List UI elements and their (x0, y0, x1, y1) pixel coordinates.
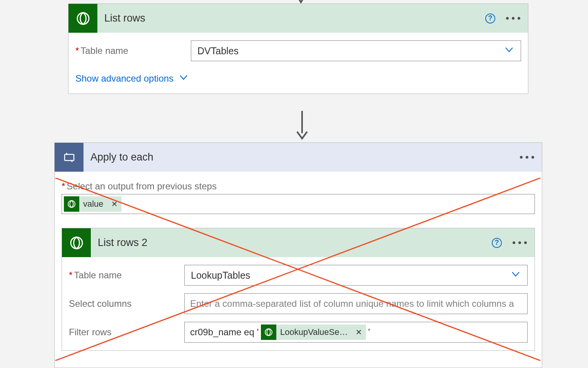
loop-icon (55, 143, 84, 172)
card-body: *Table name DVTables Show advanced optio… (68, 33, 528, 94)
dataverse-icon (68, 4, 97, 33)
table-name-select[interactable]: DVTables (191, 40, 521, 61)
show-advanced-label: Show advanced options (75, 73, 174, 84)
card-title: Apply to each (90, 151, 520, 163)
flow-connector-arrow[interactable] (295, 111, 309, 141)
placeholder-text: Enter a comma-separated list of column u… (190, 298, 514, 309)
field-row-table-name: *Table name DVTables (75, 40, 521, 61)
svg-point-3 (68, 201, 75, 207)
more-menu-icon[interactable] (506, 17, 520, 20)
select-columns-input[interactable]: Enter a comma-separated list of column u… (184, 293, 528, 314)
dataverse-icon (261, 325, 276, 340)
filter-suffix-text: ' (368, 327, 370, 338)
action-card-list-rows-2[interactable]: List rows 2 ? *Table name LookupTables S… (62, 228, 535, 351)
chip-text: LookupValueSe… (280, 327, 352, 337)
chip-text: value (83, 199, 107, 209)
table-name-select[interactable]: LookupTables (184, 265, 528, 286)
svg-rect-2 (65, 154, 74, 161)
flow-designer-canvas: List rows ? *Table name DVTables Show ad… (0, 0, 588, 368)
chevron-down-icon (510, 269, 521, 282)
field-label-table-name: *Table name (75, 45, 181, 56)
help-icon[interactable]: ? (485, 13, 495, 23)
more-menu-icon[interactable] (513, 241, 527, 244)
control-apply-to-each[interactable]: Apply to each *Select an output from pre… (54, 142, 542, 368)
remove-chip-icon[interactable]: ✕ (352, 328, 366, 337)
field-row-filter-rows: Filter rows cr09b_name eq ' LookupValueS… (69, 322, 528, 343)
chevron-down-icon (178, 72, 189, 85)
dynamic-content-chip-value[interactable]: value ✕ (64, 196, 122, 212)
card-header[interactable]: List rows ? (68, 4, 528, 33)
field-label-table-name: *Table name (69, 270, 175, 281)
svg-point-0 (77, 13, 89, 24)
card-body: *Select an output from previous steps va… (55, 172, 542, 351)
field-label-select-columns: Select columns (69, 298, 175, 309)
help-icon[interactable]: ? (492, 238, 502, 248)
show-advanced-options-toggle[interactable]: Show advanced options (75, 69, 189, 94)
filter-rows-input[interactable]: cr09b_name eq ' LookupValueSe… ✕ ' (184, 322, 528, 343)
table-name-value: LookupTables (191, 270, 250, 281)
select-output-input[interactable]: value ✕ (62, 194, 535, 214)
card-body: *Table name LookupTables Select columns … (62, 257, 535, 343)
chevron-down-icon (504, 44, 514, 57)
card-title: List rows 2 (98, 237, 492, 249)
dataverse-icon (64, 196, 79, 212)
card-header[interactable]: List rows 2 ? (62, 228, 535, 257)
field-label-select-output: *Select an output from previous steps (62, 181, 535, 192)
action-card-list-rows[interactable]: List rows ? *Table name DVTables Show ad… (68, 3, 528, 94)
table-name-value: DVTables (197, 45, 239, 57)
remove-chip-icon[interactable]: ✕ (107, 199, 122, 209)
svg-point-4 (71, 237, 82, 249)
svg-point-5 (265, 329, 272, 336)
field-row-table-name: *Table name LookupTables (69, 265, 528, 286)
card-title: List rows (104, 12, 485, 24)
field-label-filter-rows: Filter rows (69, 327, 175, 338)
dataverse-icon (62, 228, 91, 257)
card-header[interactable]: Apply to each (55, 143, 542, 172)
filter-prefix-text: cr09b_name eq ' (190, 327, 259, 338)
field-row-select-columns: Select columns Enter a comma-separated l… (69, 293, 528, 314)
more-menu-icon[interactable] (520, 156, 534, 159)
dynamic-content-chip-lookup[interactable]: LookupValueSe… ✕ (261, 325, 366, 340)
